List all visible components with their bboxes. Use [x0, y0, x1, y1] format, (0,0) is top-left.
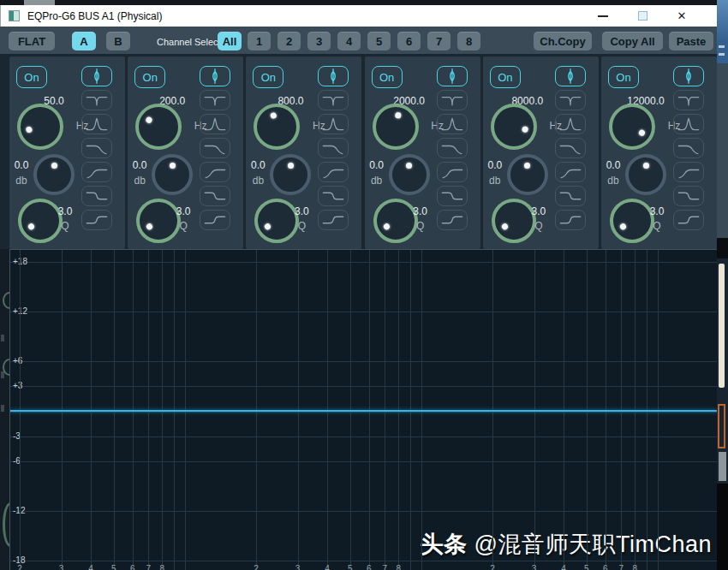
channel-button-5[interactable]: 5 — [367, 32, 391, 50]
filter-type-button-high-pass[interactable] — [81, 162, 112, 182]
filter-type-button-bell[interactable] — [437, 66, 468, 86]
ab-button-a[interactable]: A — [72, 32, 96, 50]
band-gain-knob[interactable] — [33, 154, 75, 195]
filter-type-button-shelf-up[interactable] — [555, 210, 586, 230]
ab-button-b[interactable]: B — [106, 32, 130, 50]
channel-button-4[interactable]: 4 — [337, 32, 361, 50]
band-gain-knob[interactable] — [625, 154, 666, 195]
filter-type-button-high-pass[interactable] — [437, 162, 468, 182]
flat-button[interactable]: FLAT — [9, 32, 55, 50]
band-on-button[interactable]: On — [490, 66, 521, 88]
filter-type-button-notch[interactable] — [673, 90, 704, 110]
channel-button-3[interactable]: 3 — [307, 32, 331, 50]
filter-type-button-shelf-up[interactable] — [318, 210, 349, 230]
desktop-wallpaper-sliver — [717, 0, 728, 41]
filter-type-button-notch[interactable] — [81, 90, 112, 110]
band-gain-knob[interactable] — [152, 154, 193, 195]
filter-type-button-bell[interactable] — [673, 66, 704, 86]
filter-type-button-shelf-down[interactable] — [81, 186, 112, 206]
filter-type-button-shelf-up[interactable] — [673, 210, 704, 230]
filter-type-button-high-pass[interactable] — [200, 162, 230, 182]
notch-icon — [320, 92, 346, 109]
filter-type-button-band-pass[interactable] — [318, 114, 349, 134]
filter-type-button-low-pass[interactable] — [437, 138, 468, 158]
band-freq-knob[interactable] — [254, 104, 300, 150]
freq-tick-label: 7 — [618, 564, 624, 570]
filter-type-button-low-pass[interactable] — [200, 138, 230, 158]
channel-button-6[interactable]: 6 — [397, 32, 421, 50]
filter-type-button-bell[interactable] — [200, 66, 230, 86]
filter-type-button-low-pass[interactable] — [673, 138, 704, 158]
filter-type-button-band-pass[interactable] — [673, 114, 704, 134]
band-freq-knob-indicator — [638, 128, 647, 137]
filter-type-button-shelf-up[interactable] — [437, 210, 468, 230]
band-freq-knob-indicator — [145, 116, 153, 125]
freq-tick-label: 2 — [490, 564, 495, 570]
band-freq-knob[interactable] — [135, 104, 182, 150]
filter-type-button-notch[interactable] — [437, 90, 468, 110]
band-q-unit: Q — [52, 220, 78, 232]
band-freq-knob-indicator — [394, 112, 401, 119]
close-button[interactable]: ✕ — [662, 7, 701, 26]
band-gain-unit: db — [128, 175, 152, 187]
filter-type-button-low-pass[interactable] — [318, 138, 349, 158]
band-on-button[interactable]: On — [253, 66, 283, 88]
band-on-button[interactable]: On — [134, 66, 165, 88]
filter-type-button-shelf-down[interactable] — [555, 186, 586, 206]
filter-type-button-notch[interactable] — [318, 90, 349, 110]
band-q-unit: Q — [408, 220, 433, 232]
filter-type-button-shelf-down[interactable] — [200, 186, 230, 206]
filter-type-button-high-pass[interactable] — [318, 162, 349, 182]
paste-button[interactable]: Paste — [669, 32, 713, 50]
notch-icon — [439, 92, 465, 109]
band-freq-knob[interactable] — [491, 104, 537, 150]
band-on-button[interactable]: On — [608, 66, 639, 88]
channel-button-7[interactable]: 7 — [427, 32, 451, 50]
filter-type-button-notch[interactable] — [555, 90, 586, 110]
channel-button-8[interactable]: 8 — [457, 32, 480, 50]
filter-type-button-shelf-down[interactable] — [673, 186, 704, 206]
band-freq-knob[interactable] — [609, 104, 655, 150]
ch-copy-button[interactable]: Ch.Copy — [534, 32, 592, 50]
channel-button-1[interactable]: 1 — [248, 32, 271, 50]
filter-type-button-low-pass[interactable] — [555, 138, 586, 158]
band-gain-knob-indicator — [288, 163, 294, 169]
filter-type-button-notch[interactable] — [200, 90, 230, 110]
shelf-down-icon — [676, 187, 701, 205]
band-gain-knob[interactable] — [389, 154, 430, 195]
background-black-band — [717, 238, 728, 258]
channel-button-2[interactable]: 2 — [277, 32, 301, 50]
band-freq-knob[interactable] — [17, 104, 63, 150]
band-gain-knob[interactable] — [507, 154, 548, 195]
watermark-brand: 头条 — [421, 531, 468, 557]
channel-button-all[interactable]: All — [218, 32, 242, 50]
filter-type-button-bell[interactable] — [318, 66, 349, 86]
filter-type-button-shelf-down[interactable] — [437, 186, 468, 206]
filter-type-button-bell[interactable] — [81, 66, 112, 86]
filter-type-button-band-pass[interactable] — [437, 114, 468, 134]
toolbar: FLAT AB Channel Select: All12345678 Ch.C… — [0, 27, 717, 54]
copy-all-button[interactable]: Copy All — [602, 32, 663, 50]
filter-type-button-band-pass[interactable] — [81, 114, 112, 134]
filter-type-button-high-pass[interactable] — [555, 162, 586, 182]
filter-type-button-shelf-up[interactable] — [200, 210, 230, 230]
filter-type-button-band-pass[interactable] — [555, 114, 586, 134]
filter-type-button-band-pass[interactable] — [200, 114, 230, 134]
filter-type-button-high-pass[interactable] — [673, 162, 704, 182]
filter-type-button-shelf-up[interactable] — [81, 210, 112, 230]
bell-icon — [439, 68, 465, 85]
band-q-value: 3.0 — [52, 205, 78, 217]
maximize-button[interactable] — [623, 7, 662, 26]
band-gain-knob[interactable] — [270, 154, 311, 195]
filter-type-button-shelf-down[interactable] — [318, 186, 349, 206]
eq-curve[interactable] — [10, 410, 718, 412]
band-freq-knob[interactable] — [373, 104, 419, 150]
eq-response-graph[interactable]: 头条 @混音师天职TimChan +18+12+6+3-3-6-12-18234… — [9, 249, 718, 570]
filter-type-button-low-pass[interactable] — [81, 138, 112, 158]
minimize-button[interactable] — [583, 7, 623, 26]
band-on-button[interactable]: On — [372, 66, 403, 88]
high-pass-icon — [439, 163, 465, 181]
filter-type-button-bell[interactable] — [555, 66, 586, 86]
band-on-button[interactable]: On — [16, 66, 47, 88]
high-pass-icon — [320, 163, 346, 181]
